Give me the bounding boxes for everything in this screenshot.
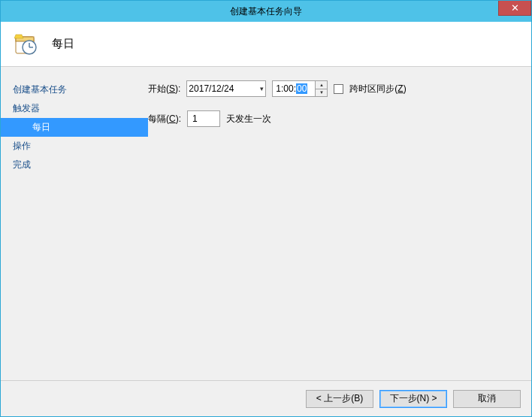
sidebar-item-daily[interactable]: 每日 (1, 118, 148, 137)
interval-label: 每隔(C): (148, 113, 181, 125)
start-time-value[interactable]: 1:00:00 (273, 81, 315, 96)
close-icon: ✕ (511, 2, 519, 14)
svg-marker-5 (14, 35, 23, 38)
interval-input[interactable] (187, 110, 220, 127)
sidebar: 创建基本任务 触发器 每日 操作 完成 (1, 67, 148, 380)
content-pane: 开始(S): 2017/12/24 ▾ 1:00:00 ▲ ▼ (148, 67, 531, 380)
spinner-down-icon[interactable]: ▼ (316, 89, 327, 97)
wizard-window: 创建基本任务向导 ✕ 每日 创建基本任务 触发器 每日 操作 完成 (0, 0, 532, 417)
cancel-button[interactable]: 取消 (453, 390, 521, 408)
start-row: 开始(S): 2017/12/24 ▾ 1:00:00 ▲ ▼ (148, 80, 531, 97)
timezone-sync-label: 跨时区同步(Z) (349, 83, 406, 95)
close-button[interactable]: ✕ (498, 1, 531, 16)
sidebar-item-action[interactable]: 操作 (1, 137, 148, 156)
titlebar: 创建基本任务向导 ✕ (1, 1, 531, 22)
wizard-body: 创建基本任务 触发器 每日 操作 完成 开始(S): 2017/12/24 ▾ … (1, 67, 531, 380)
page-title: 每日 (52, 37, 74, 51)
timezone-sync-checkbox[interactable] (334, 84, 343, 94)
footer: < 上一步(B) 下一步(N) > 取消 (1, 380, 531, 416)
time-spinner-buttons: ▲ ▼ (315, 81, 327, 96)
back-button[interactable]: < 上一步(B) (306, 390, 373, 408)
start-date-value: 2017/12/24 (189, 83, 234, 94)
window-title: 创建基本任务向导 (230, 5, 302, 18)
sidebar-item-create-task[interactable]: 创建基本任务 (1, 80, 148, 99)
start-time-spinner[interactable]: 1:00:00 ▲ ▼ (272, 80, 328, 97)
spinner-up-icon[interactable]: ▲ (316, 81, 327, 89)
calendar-clock-icon (14, 32, 38, 56)
next-button[interactable]: 下一步(N) > (379, 390, 447, 408)
chevron-down-icon: ▾ (260, 85, 264, 92)
sidebar-item-trigger[interactable]: 触发器 (1, 99, 148, 118)
wizard-header: 每日 (1, 22, 531, 67)
start-label: 开始(S): (148, 83, 180, 95)
start-date-picker[interactable]: 2017/12/24 ▾ (186, 80, 266, 97)
interval-unit: 天发生一次 (226, 113, 271, 125)
sidebar-item-finish[interactable]: 完成 (1, 156, 148, 174)
interval-row: 每隔(C): 天发生一次 (148, 110, 531, 127)
